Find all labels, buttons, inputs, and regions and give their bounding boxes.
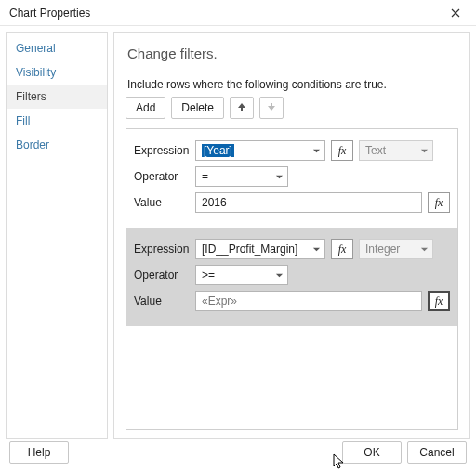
sidebar-item-filters[interactable]: Filters bbox=[7, 85, 107, 109]
arrow-up-icon bbox=[237, 101, 246, 114]
operator-select[interactable]: >= bbox=[195, 265, 288, 285]
instruction-text: Include rows where the following conditi… bbox=[127, 78, 458, 91]
ok-button[interactable]: OK bbox=[342, 441, 402, 464]
move-up-button[interactable] bbox=[230, 97, 254, 119]
fx-button[interactable]: fx bbox=[331, 140, 353, 161]
value-text: 2016 bbox=[202, 196, 227, 209]
filters-list: Expression [Year] fx Text Operator = bbox=[126, 128, 458, 430]
chevron-down-icon bbox=[420, 245, 429, 254]
type-value: Text bbox=[365, 144, 386, 157]
expression-select[interactable]: [ID__Profit_Margin] bbox=[195, 239, 325, 259]
chevron-down-icon bbox=[312, 147, 321, 155]
sidebar-item-fill[interactable]: Fill bbox=[7, 109, 107, 133]
chevron-down-icon bbox=[312, 245, 321, 254]
operator-label: Operator bbox=[134, 269, 190, 282]
filter-row[interactable]: Expression [ID__Profit_Margin] fx Intege… bbox=[126, 228, 457, 326]
help-button[interactable]: Help bbox=[9, 441, 69, 464]
chevron-down-icon bbox=[420, 147, 429, 155]
close-icon[interactable] bbox=[441, 3, 470, 23]
operator-label: Operator bbox=[134, 170, 190, 183]
value-input[interactable]: «Expr» bbox=[195, 291, 422, 311]
expression-value: [ID__Profit_Margin] bbox=[202, 243, 298, 256]
value-label: Value bbox=[134, 196, 190, 209]
filter-row[interactable]: Expression [Year] fx Text Operator = bbox=[126, 129, 457, 228]
fx-button[interactable]: fx bbox=[428, 291, 450, 311]
expression-label: Expression bbox=[134, 144, 190, 157]
chevron-down-icon bbox=[275, 271, 284, 280]
operator-value: >= bbox=[202, 269, 215, 282]
operator-value: = bbox=[202, 170, 208, 183]
value-text: «Expr» bbox=[202, 295, 237, 308]
operator-select[interactable]: = bbox=[195, 166, 288, 187]
dialog-footer: Help OK Cancel bbox=[0, 439, 476, 466]
fx-button[interactable]: fx bbox=[428, 192, 450, 213]
main-panel: Change filters. Include rows where the f… bbox=[113, 32, 470, 439]
move-down-button[interactable] bbox=[259, 97, 284, 119]
expression-label: Expression bbox=[134, 243, 190, 256]
value-label: Value bbox=[134, 295, 190, 308]
type-value: Integer bbox=[365, 243, 400, 256]
delete-button[interactable]: Delete bbox=[171, 97, 224, 119]
filter-toolbar: Add Delete bbox=[126, 97, 458, 119]
dialog-title: Chart Properties bbox=[9, 7, 90, 20]
type-select: Text bbox=[359, 140, 433, 161]
sidebar: General Visibility Filters Fill Border bbox=[6, 32, 108, 439]
add-button[interactable]: Add bbox=[126, 97, 165, 119]
cancel-button[interactable]: Cancel bbox=[407, 441, 467, 464]
sidebar-item-border[interactable]: Border bbox=[7, 133, 107, 157]
expression-value: [Year] bbox=[202, 144, 234, 157]
expression-select[interactable]: [Year] bbox=[195, 140, 325, 161]
type-select: Integer bbox=[359, 239, 433, 259]
fx-button[interactable]: fx bbox=[331, 239, 353, 259]
chevron-down-icon bbox=[275, 173, 284, 181]
arrow-down-icon bbox=[267, 101, 276, 114]
sidebar-item-visibility[interactable]: Visibility bbox=[7, 60, 107, 85]
sidebar-item-general[interactable]: General bbox=[7, 36, 107, 60]
value-input[interactable]: 2016 bbox=[195, 192, 422, 213]
page-heading: Change filters. bbox=[127, 46, 458, 61]
